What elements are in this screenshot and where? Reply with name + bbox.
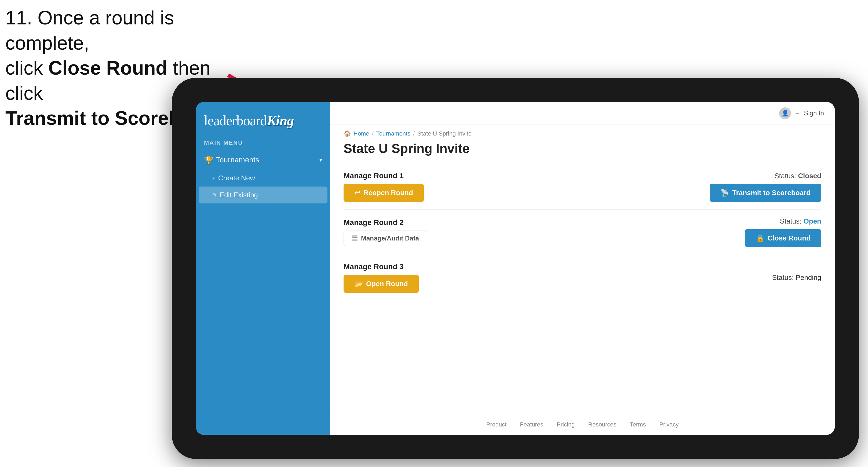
sign-in-label: → [794, 110, 801, 117]
round-2-right: Status: Open 🔒 Close Round [745, 217, 821, 247]
app-layout: leaderboardKing MAIN MENU 🏆 Tournaments … [196, 102, 835, 435]
footer-terms[interactable]: Terms [630, 421, 646, 428]
edit-icon: ✎ [212, 192, 217, 198]
reopen-round-label: Reopen Round [364, 189, 413, 197]
round-1-label: Manage Round 1 [344, 172, 424, 180]
round-row-2: Manage Round 2 ☰ Manage/Audit Data Statu… [344, 210, 821, 255]
sidebar-item-create-new[interactable]: + Create New [196, 169, 330, 187]
header-bar: 👤 → Sign In [330, 102, 835, 125]
plus-icon: + [212, 175, 216, 182]
breadcrumb: 🏠 Home / Tournaments / State U Spring In… [330, 125, 835, 140]
round-2-status: Status: Open [780, 217, 821, 225]
round-3-label: Manage Round 3 [344, 262, 419, 271]
logo-leaderboard: leaderboard [204, 113, 267, 128]
breadcrumb-tournaments[interactable]: Tournaments [376, 130, 410, 137]
round-row-1: Manage Round 1 ↩ Reopen Round Status: Cl… [344, 164, 821, 210]
round-3-left: Manage Round 3 📂 Open Round [344, 262, 419, 293]
open-icon: 📂 [354, 280, 363, 288]
sidebar-item-tournaments[interactable]: 🏆 Tournaments ▾ [196, 150, 330, 169]
tablet-device: leaderboardKing MAIN MENU 🏆 Tournaments … [172, 78, 859, 459]
instruction-line1: 11. Once a round is complete, [5, 7, 174, 54]
breadcrumb-sep2: / [413, 130, 415, 137]
footer-privacy[interactable]: Privacy [659, 421, 679, 428]
round-row-3: Manage Round 3 📂 Open Round Status: Pend… [344, 255, 821, 300]
open-round-label: Open Round [366, 280, 408, 288]
breadcrumb-sep1: / [372, 130, 374, 137]
status-value-2: Open [804, 217, 821, 225]
sidebar: leaderboardKing MAIN MENU 🏆 Tournaments … [196, 102, 330, 435]
footer: Product Features Pricing Resources Terms… [330, 414, 835, 435]
manage-audit-button[interactable]: ☰ Manage/Audit Data [344, 230, 427, 246]
sign-in-text: Sign In [804, 110, 824, 117]
status-prefix-1: Status: [774, 172, 798, 180]
breadcrumb-home[interactable]: Home [353, 130, 369, 137]
rounds-container: Manage Round 1 ↩ Reopen Round Status: Cl… [330, 164, 835, 414]
lock-icon: 🔒 [756, 234, 765, 242]
round-3-right: Status: Pending [772, 274, 821, 282]
tablet-screen: leaderboardKing MAIN MENU 🏆 Tournaments … [196, 102, 835, 435]
manage-audit-label: Manage/Audit Data [361, 235, 419, 242]
audit-icon: ☰ [352, 235, 358, 242]
reopen-icon: ↩ [354, 189, 360, 197]
round-1-left: Manage Round 1 ↩ Reopen Round [344, 172, 424, 202]
transmit-scoreboard-button[interactable]: 📡 Transmit to Scoreboard [710, 184, 821, 202]
instruction-bold1: Close Round [48, 57, 167, 79]
footer-product[interactable]: Product [486, 421, 506, 428]
chevron-down-icon: ▾ [319, 157, 322, 163]
edit-existing-label: Edit Existing [220, 191, 258, 199]
main-content: 👤 → Sign In 🏠 Home / Tournaments / State… [330, 102, 835, 435]
main-menu-label: MAIN MENU [196, 136, 330, 150]
status-prefix-2: Status: [780, 217, 803, 225]
reopen-round-button[interactable]: ↩ Reopen Round [344, 184, 424, 202]
create-new-label: Create New [218, 174, 255, 182]
logo-area: leaderboardKing [196, 102, 330, 136]
status-value-1: Closed [798, 172, 821, 180]
footer-resources[interactable]: Resources [588, 421, 616, 428]
user-avatar: 👤 [779, 107, 791, 119]
page-title: State U Spring Invite [330, 140, 835, 164]
transmit-label: Transmit to Scoreboard [732, 189, 811, 197]
close-round-button[interactable]: 🔒 Close Round [745, 229, 821, 247]
round-3-status: Status: Pending [772, 274, 821, 282]
round-1-status: Status: Closed [774, 172, 821, 180]
footer-features[interactable]: Features [520, 421, 543, 428]
breadcrumb-current: State U Spring Invite [417, 130, 472, 137]
sign-in-area[interactable]: 👤 → Sign In [779, 107, 824, 119]
logo: leaderboardKing [204, 113, 322, 129]
open-round-button[interactable]: 📂 Open Round [344, 275, 419, 293]
instruction-line2-normal: click [5, 57, 48, 79]
footer-pricing[interactable]: Pricing [557, 421, 575, 428]
logo-king: King [267, 113, 293, 128]
transmit-icon: 📡 [720, 189, 729, 197]
status-prefix-3: Status: [772, 274, 796, 282]
round-1-right: Status: Closed 📡 Transmit to Scoreboard [710, 172, 821, 202]
trophy-icon: 🏆 [204, 156, 212, 164]
round-2-label: Manage Round 2 [344, 218, 427, 227]
sidebar-item-edit-existing[interactable]: ✎ Edit Existing [198, 187, 328, 204]
close-round-label: Close Round [768, 234, 811, 242]
home-icon: 🏠 [344, 130, 351, 137]
tournaments-nav-label: Tournaments [216, 156, 259, 164]
round-2-left: Manage Round 2 ☰ Manage/Audit Data [344, 218, 427, 246]
status-value-3: Pending [796, 274, 821, 282]
